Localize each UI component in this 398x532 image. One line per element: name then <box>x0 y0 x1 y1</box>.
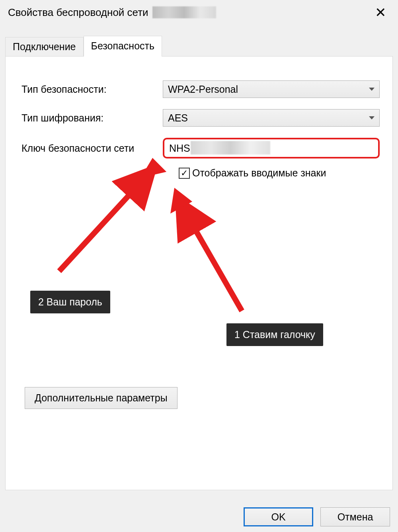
network-name-redacted <box>152 6 216 18</box>
window-title: Свойства беспроводной сети <box>8 6 148 19</box>
tab-security[interactable]: Безопасность <box>84 36 162 57</box>
svg-line-3 <box>180 203 242 311</box>
security-type-dropdown[interactable]: WPA2-Personal <box>163 80 380 98</box>
form-area: Тип безопасности: WPA2-Personal Тип шифр… <box>6 57 392 179</box>
show-characters-checkbox[interactable]: ✓ <box>179 168 190 179</box>
tab-connection-label: Подключение <box>13 41 76 52</box>
close-icon[interactable]: ✕ <box>371 4 390 21</box>
annotation-callout-password-text: 2 Ваш пароль <box>38 296 102 307</box>
annotation-callout-checkbox-text: 1 Ставим галочку <box>234 329 315 340</box>
svg-line-1 <box>59 172 151 271</box>
encryption-type-value: AES <box>168 112 188 124</box>
row-encryption-type: Тип шифрования: AES <box>21 109 380 127</box>
security-type-value: WPA2-Personal <box>168 84 238 95</box>
cancel-button[interactable]: Отмена <box>320 507 390 526</box>
tab-connection[interactable]: Подключение <box>5 37 84 56</box>
row-show-characters: ✓ Отображать вводимые знаки <box>179 167 380 179</box>
annotation-callout-checkbox: 1 Ставим галочку <box>226 323 323 346</box>
cancel-button-label: Отмена <box>338 511 373 523</box>
ok-button-label: OK <box>271 511 285 523</box>
tab-panel: Тип безопасности: WPA2-Personal Тип шифр… <box>5 56 393 490</box>
show-characters-label: Отображать вводимые знаки <box>192 167 326 179</box>
encryption-type-dropdown[interactable]: AES <box>163 109 380 127</box>
titlebar: Свойства беспроводной сети ✕ <box>0 0 398 24</box>
chevron-down-icon <box>369 88 375 91</box>
svg-marker-4 <box>170 188 192 213</box>
ok-button[interactable]: OK <box>244 507 313 526</box>
annotation-callout-password: 2 Ваш пароль <box>30 291 110 313</box>
row-security-key: Ключ безопасности сети <box>21 138 380 158</box>
security-key-label: Ключ безопасности сети <box>21 143 163 154</box>
security-key-redacted <box>191 141 270 155</box>
advanced-settings-label: Дополнительные параметры <box>35 392 168 403</box>
tab-strip: Подключение Безопасность <box>5 36 398 56</box>
advanced-settings-button[interactable]: Дополнительные параметры <box>25 387 178 409</box>
tab-security-label: Безопасность <box>91 40 154 51</box>
encryption-type-label: Тип шифрования: <box>21 112 163 124</box>
dialog-buttons: OK Отмена <box>244 507 390 526</box>
row-security-type: Тип безопасности: WPA2-Personal <box>21 80 380 98</box>
window-title-row: Свойства беспроводной сети <box>8 6 216 19</box>
security-type-label: Тип безопасности: <box>21 84 163 95</box>
security-key-wrap <box>163 138 380 158</box>
chevron-down-icon <box>369 116 375 119</box>
